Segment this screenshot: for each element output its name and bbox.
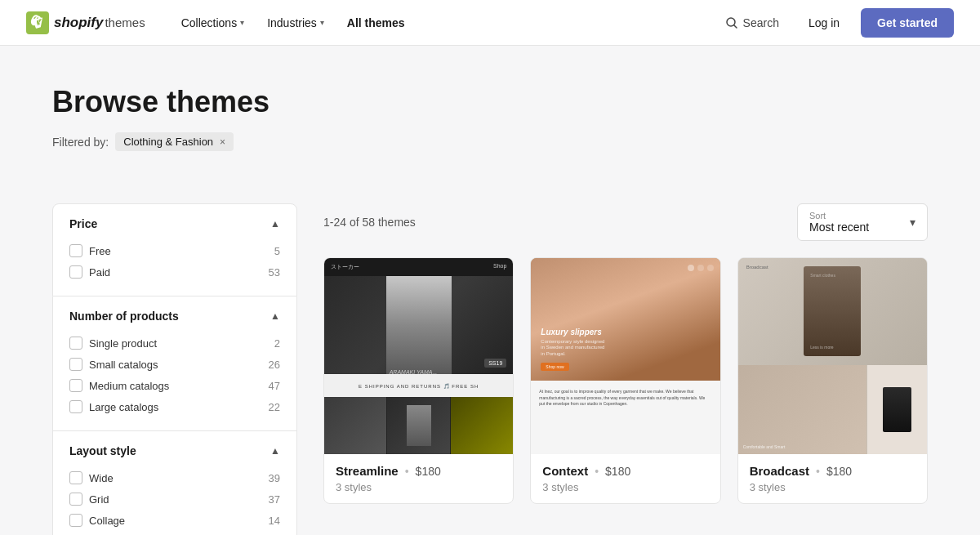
filter-products-section: Number of products ▲ Single product 2 Sm… [52,296,297,431]
shopify-logo-icon [26,11,49,34]
filter-grid: Grid 37 [69,488,280,510]
nav-industries[interactable]: Industries ▾ [257,10,334,36]
filter-medium-count: 47 [269,380,280,392]
sidebar: Price ▲ Free 5 Paid 53 Number of [52,203,297,535]
filter-price-section: Price ▲ Free 5 Paid 53 [52,203,297,296]
filter-editorial: Editorial 24 [69,531,280,535]
filter-large-catalogs: Large catalogs 22 [69,396,280,417]
checkbox-medium-catalogs[interactable] [69,379,82,392]
filter-free-label: Free [89,245,111,257]
product-styles-streamline: 3 styles [336,481,501,493]
chevron-up-icon: ▲ [270,445,280,457]
filter-price-header[interactable]: Price ▲ [69,217,280,230]
filter-paid-label: Paid [89,266,110,279]
filter-grid-label: Grid [89,493,109,506]
product-price-context: $180 [605,465,630,478]
filter-layout-header[interactable]: Layout style ▲ [69,444,280,457]
sort-label: Sort [809,211,869,221]
filter-wide: Wide 39 [69,467,280,488]
checkbox-paid[interactable] [69,265,82,279]
filter-collage-count: 14 [269,515,280,527]
product-grid: ストーカー Shop ARAMAKI YAMA... SS19 E SHIPPI… [323,257,928,504]
remove-filter-button[interactable]: × [220,136,225,148]
nav-right: Search Log in Get started [717,8,954,38]
filter-layout-title: Layout style [69,444,136,457]
checkbox-single-product[interactable] [69,337,82,350]
checkbox-large-catalogs[interactable] [69,400,82,413]
filter-collage-label: Collage [89,515,125,527]
results-count: 1-24 of 58 themes [323,216,416,229]
content-area: 1-24 of 58 themes Sort Most recent ▾ ストー… [323,203,928,535]
hero-section: Browse themes Filtered by: Clothing & Fa… [0,46,980,177]
logo-shopify-text: shopify [54,15,103,31]
sort-dropdown[interactable]: Sort Most recent ▾ [797,203,928,241]
product-card-context[interactable]: Luxury slippers Contemporary style desig… [530,257,720,504]
get-started-button[interactable]: Get started [861,8,954,38]
product-card-broadcast[interactable]: Smart clothes Less is more Broadcast Com… [737,257,928,504]
filter-single-count: 2 [274,337,280,350]
main-layout: Price ▲ Free 5 Paid 53 Number of [0,177,980,535]
chevron-down-icon: ▾ [320,18,324,27]
filter-wide-count: 39 [269,472,280,484]
page-title: Browse themes [52,85,928,119]
filter-single-product: Single product 2 [69,332,280,354]
product-info-streamline: Streamline • $180 3 styles [324,454,513,503]
svg-rect-0 [26,11,49,34]
checkbox-free[interactable] [69,244,82,257]
product-info-broadcast: Broadcast • $180 3 styles [738,454,927,503]
nav-links: Collections ▾ Industries ▾ All themes [172,10,717,36]
filter-free-count: 5 [274,245,280,257]
login-button[interactable]: Log in [800,11,848,34]
logo-themes-text: themes [105,16,145,29]
content-header: 1-24 of 58 themes Sort Most recent ▾ [323,203,928,241]
filter-by-label: Filtered by: [52,136,109,149]
filter-paid: Paid 53 [69,261,280,283]
product-price-broadcast: $180 [826,465,852,478]
product-name-streamline[interactable]: Streamline [336,464,399,478]
filter-medium-catalogs: Medium catalogs 47 [69,375,280,396]
product-image-broadcast: Smart clothes Less is more Broadcast Com… [738,258,927,454]
chevron-up-icon: ▲ [270,218,280,230]
filter-products-title: Number of products [69,310,179,323]
sort-value: Most recent [809,221,869,234]
product-price-streamline: $180 [416,465,441,478]
product-card-streamline[interactable]: ストーカー Shop ARAMAKI YAMA... SS19 E SHIPPI… [323,257,514,504]
filter-large-label: Large catalogs [89,401,158,413]
filter-tag-label: Clothing & Fashion [123,136,213,148]
filter-small-catalogs: Small catalogs 26 [69,354,280,375]
product-styles-broadcast: 3 styles [750,481,915,493]
checkbox-wide[interactable] [69,471,82,484]
navbar: shopify themes Collections ▾ Industries … [0,0,980,46]
filter-large-count: 22 [269,401,280,413]
search-button[interactable]: Search [717,11,787,34]
filter-wide-label: Wide [89,472,114,484]
chevron-up-icon: ▲ [270,310,280,322]
search-icon [725,16,738,29]
filter-grid-count: 37 [269,493,280,506]
filter-products-header[interactable]: Number of products ▲ [69,310,280,323]
filter-row: Filtered by: Clothing & Fashion × [52,132,928,151]
active-filter-tag[interactable]: Clothing & Fashion × [115,132,234,151]
filter-layout-section: Layout style ▲ Wide 39 Grid 37 [52,431,297,535]
product-info-context: Context • $180 3 styles [531,454,719,503]
chevron-down-icon: ▾ [240,18,244,27]
filter-free: Free 5 [69,240,280,261]
filter-price-title: Price [69,217,97,230]
checkbox-grid[interactable] [69,493,82,506]
filter-single-label: Single product [89,337,157,350]
checkbox-collage[interactable] [69,514,82,527]
filter-paid-count: 53 [269,266,280,279]
checkbox-small-catalogs[interactable] [69,358,82,371]
product-name-context[interactable]: Context [542,464,588,478]
nav-all-themes[interactable]: All themes [337,10,415,36]
product-image-context: Luxury slippers Contemporary style desig… [531,258,719,454]
product-styles-context: 3 styles [542,481,708,493]
filter-medium-label: Medium catalogs [89,380,169,392]
filter-collage: Collage 14 [69,510,280,531]
logo[interactable]: shopify themes [26,11,145,34]
filter-small-label: Small catalogs [89,359,158,371]
nav-collections[interactable]: Collections ▾ [172,10,254,36]
product-image-streamline: ストーカー Shop ARAMAKI YAMA... SS19 E SHIPPI… [324,258,513,454]
product-name-broadcast[interactable]: Broadcast [750,464,809,478]
chevron-down-icon: ▾ [910,216,915,229]
